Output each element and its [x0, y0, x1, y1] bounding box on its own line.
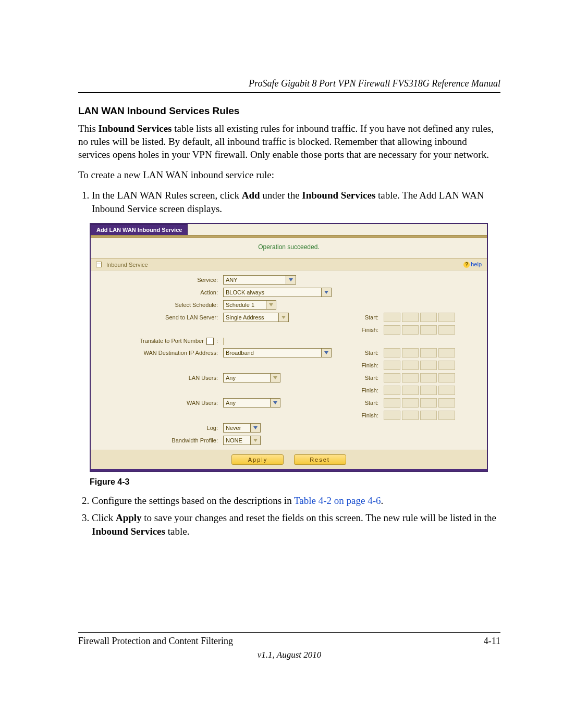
label-start: Start:: [345, 314, 382, 320]
section-heading: LAN WAN Inbound Services Rules: [78, 105, 500, 117]
figure-4-3-screenshot: Add LAN WAN Inbound Service Operation su…: [90, 223, 500, 472]
label-service: Service:: [96, 277, 221, 283]
label-translate-port: Translate to Port Number :: [96, 338, 221, 345]
wan-users-select[interactable]: Any: [223, 398, 280, 408]
svg-marker-8: [253, 439, 258, 442]
page-footer: Firewall Protection and Content Filterin…: [78, 632, 500, 660]
footer-chapter: Firewall Protection and Content Filterin…: [78, 636, 233, 647]
chevron-down-icon: [286, 276, 296, 284]
svg-marker-6: [273, 401, 277, 404]
bw-profile-select[interactable]: NONE: [223, 436, 261, 445]
start-ip-1[interactable]: [384, 313, 472, 322]
log-select[interactable]: Never: [223, 423, 261, 433]
panel-header: Inbound Service ?help: [91, 258, 487, 270]
chevron-down-icon: [321, 349, 331, 357]
action-select[interactable]: BLOCK always: [223, 288, 332, 297]
finish-ip-1[interactable]: [384, 325, 472, 335]
label-wan-dest: WAN Destination IP Address:: [96, 350, 221, 356]
help-icon: ?: [463, 262, 470, 268]
svg-marker-2: [269, 303, 273, 306]
label-log: Log:: [96, 425, 221, 431]
label-schedule: Select Schedule:: [96, 302, 221, 308]
chevron-down-icon: [250, 424, 260, 432]
screen-tab[interactable]: Add LAN WAN Inbound Service: [91, 224, 188, 235]
svg-marker-4: [324, 351, 328, 354]
step-list: In the LAN WAN Rules screen, click Add u…: [78, 189, 500, 215]
label-start: Start:: [345, 400, 382, 406]
label-bw-profile: Bandwidth Profile:: [96, 437, 221, 443]
start-ip-3[interactable]: [384, 373, 472, 382]
chevron-down-icon: [270, 374, 280, 382]
service-select[interactable]: ANY: [223, 275, 296, 285]
manual-title: ProSafe Gigabit 8 Port VPN Firewall FVS3…: [78, 78, 500, 89]
translate-port-checkbox[interactable]: [206, 338, 214, 345]
collapse-icon[interactable]: [96, 262, 102, 267]
label-lan-users: LAN Users:: [96, 375, 221, 381]
table-xref-link[interactable]: Table 4-2 on page 4-6: [294, 495, 381, 506]
start-ip-4[interactable]: [384, 398, 472, 408]
figure-caption: Figure 4-3: [90, 477, 500, 487]
label-finish: Finish:: [345, 327, 382, 333]
header-rule: [78, 92, 500, 93]
panel-title: Inbound Service: [106, 262, 148, 268]
svg-marker-7: [253, 426, 258, 429]
schedule-select[interactable]: Schedule 1: [223, 300, 276, 310]
chevron-down-icon: [270, 399, 280, 407]
step-list-cont: Configure the settings based on the desc…: [78, 494, 500, 538]
help-link[interactable]: ?help: [463, 261, 482, 268]
status-message: Operation succeeded.: [258, 243, 319, 251]
finish-ip-4[interactable]: [384, 411, 472, 420]
chevron-down-icon: [321, 288, 331, 297]
start-ip-2[interactable]: [384, 348, 472, 357]
label-finish: Finish:: [345, 387, 382, 393]
label-finish: Finish:: [345, 412, 382, 418]
chevron-down-icon: [266, 301, 276, 309]
finish-ip-3[interactable]: [384, 386, 472, 395]
step-1: In the LAN WAN Rules screen, click Add u…: [92, 189, 500, 215]
reset-button[interactable]: Reset: [294, 454, 346, 465]
svg-marker-0: [289, 278, 293, 281]
step-3: Click Apply to save your changes and res…: [92, 511, 500, 538]
label-action: Action:: [96, 289, 221, 295]
label-wan-users: WAN Users:: [96, 400, 221, 406]
lan-users-select[interactable]: Any: [223, 373, 280, 382]
chevron-down-icon: [250, 436, 260, 445]
label-start: Start:: [345, 350, 382, 356]
svg-marker-1: [324, 291, 328, 294]
lead-in: To create a new LAN WAN inbound service …: [78, 168, 500, 181]
label-finish: Finish:: [345, 362, 382, 368]
footer-page: 4-11: [484, 636, 500, 647]
intro-paragraph: This Inbound Services table lists all ex…: [78, 122, 500, 161]
wan-dest-select[interactable]: Broadband: [223, 348, 332, 357]
footer-version: v1.1, August 2010: [78, 650, 500, 660]
translate-port-input[interactable]: [223, 338, 224, 345]
finish-ip-2[interactable]: [384, 361, 472, 370]
svg-marker-5: [273, 376, 277, 379]
label-start: Start:: [345, 375, 382, 381]
step-2: Configure the settings based on the desc…: [92, 494, 500, 508]
send-to-lan-select[interactable]: Single Address: [223, 313, 289, 322]
svg-marker-3: [282, 316, 286, 319]
apply-button[interactable]: Apply: [231, 454, 284, 465]
label-send-to-lan: Send to LAN Server:: [96, 314, 221, 320]
chevron-down-icon: [278, 313, 288, 322]
